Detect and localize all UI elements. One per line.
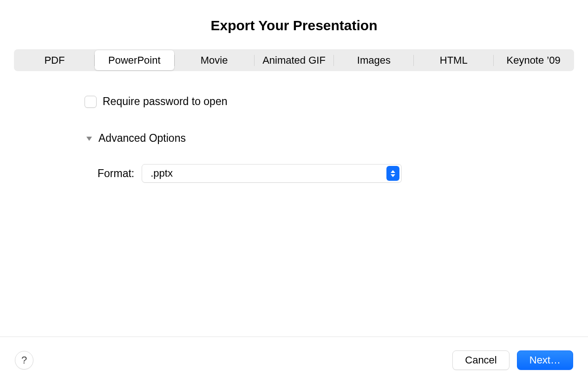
next-button[interactable]: Next… [517,350,573,370]
cancel-button[interactable]: Cancel [452,350,509,370]
footer-buttons: Cancel Next… [452,350,573,370]
tab-movie[interactable]: Movie [175,50,254,70]
format-label: Format: [98,167,134,180]
export-options-content: Require password to open Advanced Option… [0,71,588,337]
tab-powerpoint[interactable]: PowerPoint [95,50,174,70]
tab-keynote-09[interactable]: Keynote ’09 [494,50,573,70]
export-format-tabs: PDF PowerPoint Movie Animated GIF Images… [14,49,574,71]
help-button[interactable]: ? [15,351,33,370]
chevron-down-icon [86,137,92,141]
tab-images[interactable]: Images [334,50,413,70]
format-value: .pptx [150,167,173,179]
advanced-options-label: Advanced Options [98,132,186,145]
format-select[interactable]: .pptx [142,164,402,183]
chevron-up-icon [391,170,395,173]
format-row: Format: .pptx [98,164,574,183]
dialog-footer: ? Cancel Next… [0,337,588,383]
select-stepper-icon [386,166,399,181]
advanced-options-disclosure[interactable]: Advanced Options [86,132,574,145]
require-password-label: Require password to open [103,95,228,108]
dialog-title: Export Your Presentation [0,18,588,33]
require-password-row: Require password to open [85,95,574,108]
chevron-down-icon [391,174,395,177]
tab-pdf[interactable]: PDF [15,50,94,70]
tab-animated-gif[interactable]: Animated GIF [255,50,334,70]
tab-html[interactable]: HTML [414,50,493,70]
require-password-checkbox[interactable] [85,96,97,108]
